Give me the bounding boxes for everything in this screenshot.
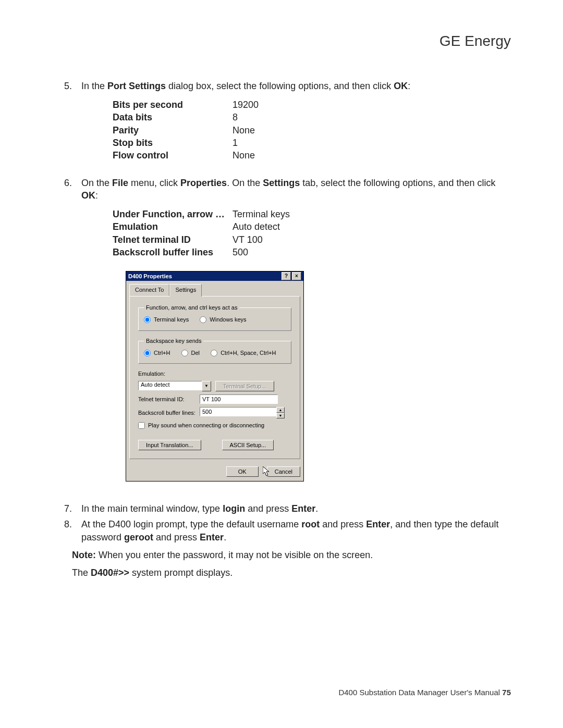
bold: Enter [291,503,315,514]
emulation-value: Auto detect [138,381,202,390]
tail-text: The D400#>> system prompt displays. [72,566,506,579]
note-text: When you enter the password, it may not … [96,550,373,560]
dialog-title: D400 Properties [128,273,172,280]
footer-text: D400 Substation Data Manager User's Manu… [338,688,502,697]
function-keys-group: Function, arrow, and ctrl keys act as Te… [138,304,291,331]
text: menu, click [128,178,180,188]
step-number: 5. [57,80,72,174]
table-row: Flow controlNone [113,149,506,162]
step-number: 7. [57,502,72,515]
table-row: ParityNone [113,124,506,137]
table-row: Under Function, arrow …Terminal keys [113,208,506,220]
brand-header: GE Energy [57,31,511,51]
radio-windows-keys[interactable]: Windows keys [200,316,246,324]
cancel-button[interactable]: Cancel [267,466,300,477]
bold: Enter [366,519,390,529]
text: . [315,503,318,514]
table-row: Backscroll buffer lines500 [113,246,506,258]
text: dialog box, select the following options… [166,81,394,91]
step-6: 6. On the File menu, click Properties. O… [57,177,506,500]
settings-table: Under Function, arrow …Terminal keys Emu… [113,208,506,258]
step-number: 6. [57,177,72,500]
note-label: Note: [72,550,96,560]
backscroll-label: Backscroll buffer lines: [138,409,195,417]
properties-dialog: D400 Properties ? × Connect To Settings [126,271,304,482]
bold: Settings [263,178,300,188]
step-5: 5. In the Port Settings dialog box, sele… [57,80,506,174]
text: . On the [227,178,263,188]
tab-connect-to[interactable]: Connect To [129,284,169,296]
text: At the D400 login prompt, type the defau… [81,519,301,529]
ascii-setup-button[interactable]: ASCII Setup... [222,440,274,450]
group-legend: Function, arrow, and ctrl keys act as [144,304,239,312]
text: . [224,532,226,542]
emulation-label: Emulation: [138,370,165,378]
backscroll-input[interactable] [200,407,276,416]
table-row: Stop bits1 [113,137,506,149]
input-translation-button[interactable]: Input Translation... [138,440,201,450]
settings-panel: Function, arrow, and ctrl keys act as Te… [129,296,300,459]
text: and press [153,532,200,542]
table-row: Data bits8 [113,111,506,124]
bold: Enter [200,532,224,542]
text: : [95,190,98,201]
text: and press [245,503,291,514]
tab-settings[interactable]: Settings [169,284,202,297]
radio-del[interactable]: Del [181,349,200,357]
table-row: Telnet terminal IDVT 100 [113,233,506,246]
backspace-group: Backspace key sends Ctrl+H Del Ctrl+H, S… [138,337,291,364]
titlebar: D400 Properties ? × [126,272,303,281]
bold: OK [81,190,95,201]
bold: login [223,503,245,514]
text: In the [81,81,107,91]
radio-ctrlh-space[interactable]: Ctrl+H, Space, Ctrl+H [211,349,276,357]
radio-terminal-keys[interactable]: Terminal keys [144,316,189,324]
page-number: 75 [502,688,511,697]
play-sound-checkbox[interactable]: Play sound when connecting or disconnect… [138,422,264,429]
note: Note: When you enter the password, it ma… [72,549,506,561]
spin-down-icon[interactable]: ▼ [276,413,285,418]
bold: Properties [180,178,227,188]
spin-up-icon[interactable]: ▲ [276,407,285,413]
help-icon[interactable]: ? [282,272,291,280]
chevron-down-icon[interactable]: ▼ [202,381,211,391]
close-icon[interactable]: × [292,272,301,280]
port-settings-table: Bits per second19200 Data bits8 ParityNo… [113,98,506,162]
bold: geroot [124,532,153,542]
radio-ctrlh[interactable]: Ctrl+H [144,349,170,357]
text: In the main terminal window, type [81,503,223,514]
emulation-select[interactable]: Auto detect ▼ [138,381,211,391]
group-legend: Backspace key sends [144,337,203,345]
step-7: 7. In the main terminal window, type log… [57,502,506,515]
svg-marker-0 [263,466,269,476]
bold: root [301,519,320,529]
bold: OK [394,81,408,91]
ok-button[interactable]: OK [226,466,259,477]
backscroll-spinner[interactable]: ▲▼ [200,407,278,418]
table-row: Bits per second19200 [113,98,506,111]
text: tab, select the following options, and t… [300,178,495,188]
step-8: 8. At the D400 login prompt, type the de… [57,518,506,544]
table-row: EmulationAuto detect [113,220,506,233]
bold: Port Settings [107,81,166,91]
step-number: 8. [57,518,72,544]
text: : [408,81,410,91]
telnet-id-input[interactable] [200,394,278,404]
terminal-setup-button: Terminal Setup... [215,381,274,391]
text: and press [320,519,366,529]
page-footer: D400 Substation Data Manager User's Manu… [338,688,511,697]
text: On the [81,178,112,188]
telnet-id-label: Telnet terminal ID: [138,396,195,403]
bold: File [112,178,128,188]
